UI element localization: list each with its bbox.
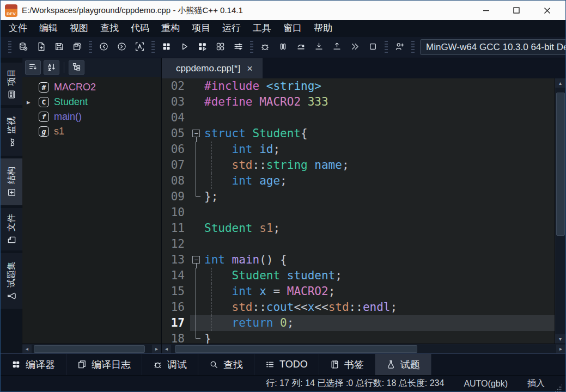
scroll-left-arrow[interactable]: ◂: [162, 345, 171, 353]
bottom-tab-编译日志[interactable]: 编译日志: [66, 354, 142, 375]
scroll-up-arrow[interactable]: ▴: [555, 78, 565, 88]
line-number[interactable]: 05: [162, 126, 190, 142]
menu-item-帮助[interactable]: 帮助: [308, 20, 338, 36]
line-number[interactable]: 11: [162, 220, 190, 236]
bottom-tab-查找[interactable]: 查找: [198, 354, 254, 375]
menu-item-视图[interactable]: 视图: [64, 20, 94, 36]
bottom-tab-TODO[interactable]: TODO: [254, 354, 319, 375]
bottom-tab-试题[interactable]: 试题: [375, 354, 431, 375]
menu-item-文件[interactable]: 文件: [3, 20, 33, 36]
line-number[interactable]: 15: [162, 284, 190, 299]
menu-item-代码[interactable]: 代码: [125, 20, 155, 36]
line-number[interactable]: 14: [162, 268, 190, 284]
new-file-button[interactable]: [34, 40, 48, 54]
line-number[interactable]: 10: [162, 205, 190, 220]
bottom-tab-编译器[interactable]: 编译器: [1, 354, 66, 375]
fold-gutter[interactable]: −: [190, 252, 204, 268]
run-button[interactable]: [177, 40, 192, 54]
tab-close-icon[interactable]: ×: [247, 64, 253, 74]
scroll-right-arrow[interactable]: ▸: [152, 345, 161, 353]
code-line-07[interactable]: 07 std::string name;: [162, 157, 555, 173]
code-line-18[interactable]: 18}: [162, 331, 555, 344]
show-inherited-button[interactable]: [69, 60, 84, 75]
bottom-tab-调试[interactable]: 调试: [142, 354, 198, 375]
pause-button[interactable]: [276, 40, 290, 54]
forward-button[interactable]: [114, 40, 129, 54]
find-in-files-button[interactable]: [132, 40, 147, 54]
menu-item-运行[interactable]: 运行: [216, 20, 247, 36]
close-button[interactable]: [532, 2, 562, 19]
code-line-17[interactable]: 17 return 0;: [162, 315, 555, 331]
line-number[interactable]: 09: [162, 189, 190, 205]
editor-vscrollbar[interactable]: ▴ ▾: [555, 78, 565, 344]
code-line-04[interactable]: 04: [162, 110, 555, 126]
menu-item-项目[interactable]: 项目: [186, 20, 216, 36]
scroll-track[interactable]: [171, 345, 556, 353]
line-number[interactable]: 18: [162, 331, 190, 344]
step-into-button[interactable]: [312, 40, 326, 54]
save-button[interactable]: [52, 40, 66, 54]
code-line-11[interactable]: 11Student s1;: [162, 220, 555, 236]
line-number[interactable]: 16: [162, 299, 190, 315]
debug-button[interactable]: [258, 40, 272, 54]
code-line-10[interactable]: 10: [162, 205, 555, 220]
toolbar-grip[interactable]: [385, 41, 388, 54]
scroll-left-arrow[interactable]: ◂: [22, 345, 32, 353]
line-number[interactable]: 04: [162, 110, 190, 126]
open-project-button[interactable]: [16, 40, 31, 54]
side-tab-监视[interactable]: 监视: [1, 108, 22, 156]
compile-run-button[interactable]: [195, 40, 210, 54]
step-out-button[interactable]: [330, 40, 344, 54]
line-number[interactable]: 17: [162, 315, 190, 331]
step-over-button[interactable]: [294, 40, 308, 54]
maximize-button[interactable]: [501, 2, 532, 19]
code-line-14[interactable]: 14 Student student;: [162, 268, 555, 284]
tree-item-main[interactable]: fmain(): [22, 109, 161, 124]
scroll-thumb[interactable]: [556, 93, 565, 236]
scroll-right-arrow[interactable]: ▸: [556, 345, 565, 353]
line-number[interactable]: 13: [162, 252, 190, 268]
continue-button[interactable]: [348, 40, 362, 54]
side-tab-文件[interactable]: 文件: [1, 208, 22, 250]
sort-by-type-button[interactable]: [25, 60, 41, 75]
side-tab-项目[interactable]: 项目: [1, 63, 22, 105]
line-number[interactable]: 03: [162, 94, 190, 110]
toolbar-grip[interactable]: [411, 41, 415, 54]
fold-collapse-icon[interactable]: −: [192, 130, 200, 137]
stop-button[interactable]: [366, 40, 380, 54]
compiler-options-button[interactable]: [231, 40, 246, 54]
code-line-05[interactable]: 05−struct Student{: [162, 126, 555, 142]
scroll-track[interactable]: [32, 345, 152, 353]
save-all-button[interactable]: [70, 40, 84, 54]
code-line-13[interactable]: 13−int main() {: [162, 252, 555, 268]
compile-button[interactable]: [159, 40, 174, 54]
fold-gutter[interactable]: −: [190, 126, 204, 142]
side-tab-结构[interactable]: 结构: [1, 158, 22, 205]
tree-item-s1[interactable]: gs1: [22, 124, 161, 139]
resize-grip[interactable]: [555, 384, 562, 391]
code-line-08[interactable]: 08 int age;: [162, 173, 555, 189]
line-number[interactable]: 08: [162, 173, 190, 189]
toolbar-grip[interactable]: [89, 41, 92, 54]
tree-item-Student[interactable]: ▸CStudent: [22, 95, 161, 109]
tree-item-MACRO2[interactable]: #MACRO2: [22, 80, 161, 95]
line-number[interactable]: 02: [162, 78, 190, 94]
menu-item-重构[interactable]: 重构: [155, 20, 186, 36]
toolbar-grip[interactable]: [151, 41, 155, 54]
encoding-status[interactable]: AUTO(gbk): [464, 379, 508, 389]
line-number[interactable]: 06: [162, 142, 190, 157]
toolbar-grip[interactable]: [250, 41, 253, 54]
editor-hscrollbar[interactable]: ◂ ▸: [162, 344, 565, 353]
input-mode-status[interactable]: 插入: [527, 378, 545, 389]
toolbar-grip[interactable]: [8, 41, 11, 54]
editor-tab-cppdemo[interactable]: cppdemo.cpp[*] ×: [162, 58, 263, 78]
minimize-button[interactable]: [471, 2, 501, 19]
side-tab-试题集[interactable]: 试题集: [1, 253, 22, 309]
scroll-track[interactable]: [556, 88, 565, 334]
profiler-button[interactable]: [392, 40, 407, 54]
scroll-thumb[interactable]: [34, 345, 144, 353]
line-number[interactable]: 12: [162, 236, 190, 252]
title-bar[interactable]: DEV E:/Workspaces/playground/cppdemo.cpp…: [1, 1, 565, 20]
code-line-03[interactable]: 03#define MACRO2 333: [162, 94, 555, 110]
bottom-tab-书签[interactable]: 书签: [319, 354, 375, 375]
